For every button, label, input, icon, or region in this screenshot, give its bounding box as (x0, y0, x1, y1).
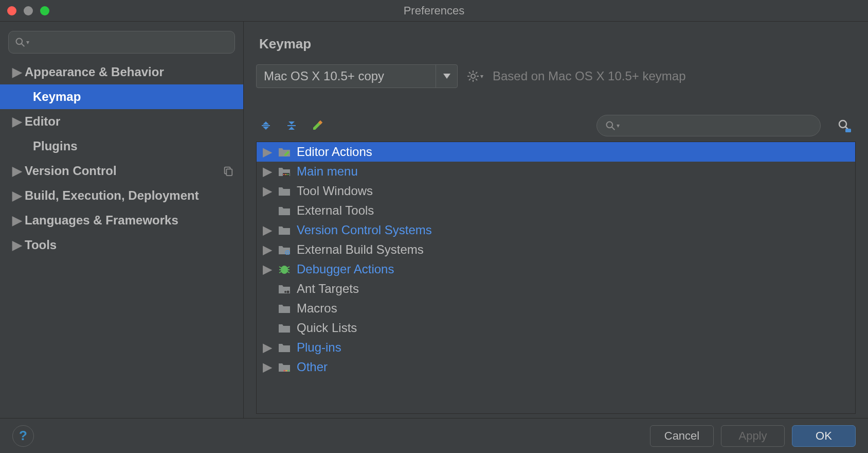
tree-row-other[interactable]: ▶ Other (257, 357, 855, 377)
based-on-label: Based on Mac OS X 10.5+ keymap (493, 69, 686, 83)
folder-icon (277, 322, 292, 334)
maximize-window-button[interactable] (40, 6, 49, 15)
folder-edit-icon (277, 146, 292, 158)
sidebar: ▾ ▶ Appearance & Behavior Keymap ▶ Edito… (0, 22, 244, 418)
search-icon (15, 37, 25, 47)
expand-icon: ▶ (12, 114, 25, 129)
sidebar-item-editor[interactable]: ▶ Editor (0, 109, 243, 134)
expand-icon: ▶ (263, 223, 277, 237)
tree-row-label: Ant Targets (297, 282, 359, 296)
folder-dots-icon (277, 361, 292, 373)
svg-line-40 (287, 271, 290, 273)
button-label: Cancel (664, 429, 699, 443)
titlebar: Preferences (0, 0, 868, 22)
expand-all-icon (260, 119, 272, 132)
tree-row-label: Macros (297, 301, 337, 316)
folder-ant-icon (277, 283, 292, 295)
find-by-shortcut-button[interactable] (835, 116, 854, 135)
sidebar-item-languages-frameworks[interactable]: ▶ Languages & Frameworks (0, 208, 243, 233)
tree-row-external-tools[interactable]: ▶ External Tools (257, 201, 855, 220)
tree-row-ant-targets[interactable]: ▶ Ant Targets (257, 279, 855, 299)
tree-row-label: Debugger Actions (297, 262, 394, 276)
folder-icon (277, 341, 292, 354)
svg-rect-15 (262, 125, 270, 126)
svg-marker-19 (288, 127, 295, 130)
sidebar-item-appearance-behavior[interactable]: ▶ Appearance & Behavior (0, 60, 243, 84)
svg-point-30 (285, 174, 287, 176)
keymap-tree[interactable]: ▶ Editor Actions ▶ Main menu ▶ Tool Wind… (256, 142, 856, 414)
tree-row-tool-windows[interactable]: ▶ Tool Windows (257, 181, 855, 201)
edit-shortcut-button[interactable] (310, 118, 325, 133)
sidebar-item-version-control[interactable]: ▶ Version Control (0, 159, 243, 183)
page-title: Keymap (259, 36, 856, 52)
folder-icon (277, 224, 292, 236)
svg-point-29 (283, 174, 285, 176)
svg-point-24 (839, 120, 846, 128)
collapse-all-button[interactable] (284, 118, 299, 133)
folder-icon (277, 302, 292, 315)
svg-rect-3 (226, 169, 232, 176)
window-title: Preferences (0, 4, 868, 18)
sidebar-item-build-execution[interactable]: ▶ Build, Execution, Deployment (0, 183, 243, 208)
keymap-actions-button[interactable]: ▾ (467, 70, 483, 82)
tree-row-label: Other (297, 360, 328, 374)
pencil-icon (311, 119, 323, 132)
svg-point-33 (287, 252, 288, 254)
tree-row-debugger[interactable]: ▶ Debugger Actions (257, 259, 855, 279)
sidebar-item-label: Version Control (25, 164, 117, 178)
minimize-window-button[interactable] (24, 6, 33, 15)
tree-row-label: Tool Windows (297, 184, 373, 198)
keymap-select-value: Mac OS X 10.5+ copy (257, 69, 436, 83)
copy-icon (223, 165, 234, 177)
tree-row-external-build[interactable]: ▶ External Build Systems (257, 240, 855, 259)
tree-row-quick-lists[interactable]: ▶ Quick Lists (257, 318, 855, 338)
expand-icon: ▶ (12, 188, 25, 203)
keymap-select[interactable]: Mac OS X 10.5+ copy (256, 64, 458, 88)
sidebar-item-plugins[interactable]: Plugins (0, 134, 243, 159)
folder-icon (277, 204, 292, 217)
folder-icon (277, 185, 292, 197)
tree-row-macros[interactable]: ▶ Macros (257, 299, 855, 318)
dialog-footer: ? Cancel Apply OK (0, 418, 868, 453)
help-button[interactable]: ? (12, 425, 34, 447)
find-shortcut-icon (837, 118, 852, 133)
svg-line-39 (279, 271, 282, 273)
main-layout: ▾ ▶ Appearance & Behavior Keymap ▶ Edito… (0, 22, 868, 418)
preferences-search-input[interactable]: ▾ (8, 31, 235, 54)
svg-marker-17 (288, 121, 295, 125)
tree-row-plugins[interactable]: ▶ Plug-ins (257, 338, 855, 357)
expand-icon: ▶ (12, 213, 25, 228)
cancel-button[interactable]: Cancel (650, 425, 714, 447)
svg-line-35 (279, 267, 282, 268)
svg-point-42 (287, 291, 290, 293)
expand-icon: ▶ (263, 164, 277, 179)
close-window-button[interactable] (7, 6, 16, 15)
expand-all-button[interactable] (258, 118, 274, 133)
tree-row-label: External Build Systems (297, 242, 424, 257)
tree-row-main-menu[interactable]: ▶ Main menu (257, 162, 855, 181)
expand-icon: ▶ (263, 262, 277, 276)
svg-line-10 (469, 72, 471, 74)
svg-line-23 (612, 127, 615, 130)
apply-button[interactable]: Apply (721, 425, 785, 447)
action-search-input[interactable]: ▾ (596, 115, 821, 136)
tree-row-editor-actions[interactable]: ▶ Editor Actions (257, 142, 855, 162)
svg-point-34 (281, 266, 288, 274)
dropdown-button[interactable] (436, 65, 457, 88)
keymap-selector-row: Mac OS X 10.5+ copy ▾ Based on Mac OS X … (256, 64, 856, 88)
sidebar-item-label: Editor (25, 114, 60, 129)
expand-icon: ▶ (12, 164, 25, 178)
svg-line-36 (287, 267, 290, 268)
sidebar-item-keymap[interactable]: Keymap (0, 84, 243, 109)
ok-button[interactable]: OK (792, 425, 856, 447)
expand-icon: ▶ (263, 145, 277, 159)
search-dropdown-caret-icon: ▾ (26, 39, 29, 46)
expand-icon: ▶ (263, 184, 277, 198)
sidebar-item-label: Plugins (33, 139, 78, 153)
expand-icon: ▶ (263, 242, 277, 257)
tree-row-vcs[interactable]: ▶ Version Control Systems (257, 220, 855, 240)
svg-point-31 (287, 174, 289, 176)
sidebar-item-tools[interactable]: ▶ Tools (0, 233, 243, 257)
tree-row-label: Quick Lists (297, 321, 357, 335)
expand-icon: ▶ (12, 65, 25, 79)
